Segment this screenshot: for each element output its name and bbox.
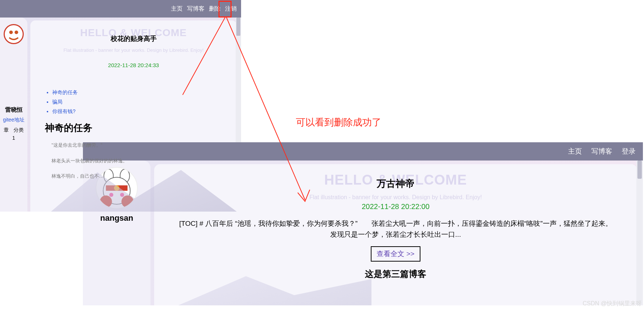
col-category: 分类 — [14, 127, 24, 134]
col-article: 章 — [4, 127, 9, 134]
toc-link-3[interactable]: 你很有钱? — [52, 108, 226, 115]
post2-title: 万古神帝 — [172, 177, 619, 190]
svg-point-1 — [9, 31, 13, 34]
toc-link-2[interactable]: 骗局 — [52, 99, 226, 105]
body-2: nangsan HELLO & WELCOME Flat illustratio… — [83, 161, 643, 305]
avatar-icon — [4, 24, 24, 44]
post-title: 校花的贴身高手 — [41, 34, 226, 43]
navbar-1: 主页 写博客 删除 注销 — [0, 0, 241, 18]
nav-write-2[interactable]: 写博客 — [591, 147, 612, 156]
section-heading: 神奇的任务 — [45, 121, 226, 134]
nav-home[interactable]: 主页 — [171, 5, 183, 13]
toc-link-1[interactable]: 神奇的任务 — [52, 89, 226, 96]
annotation-text: 可以看到删除成功了 — [296, 116, 381, 129]
gitee-link[interactable]: gitee地址 — [1, 117, 26, 123]
username-label: 雷晓恒 — [1, 106, 26, 114]
scroll-thumb[interactable] — [236, 18, 240, 36]
screenshot-after: 主页 写博客 登录 nangsan — [83, 142, 643, 305]
paragraph-2: 林老头从一块包裹的很好的的林逸。 — [52, 157, 226, 166]
watermark: CSDN @快到锅里来呀 — [583, 300, 642, 308]
scrollbar-2[interactable] — [636, 161, 643, 305]
hero-sub: Flat illustration - banner for your work… — [64, 47, 204, 53]
nav-write[interactable]: 写博客 — [187, 5, 205, 13]
hero-sub-2: Flat illustration - banner for your work… — [154, 194, 637, 201]
paragraph-1: "这是你去北非的酬劳。" — [52, 141, 226, 150]
sidebar-1: 雷晓恒 gitee地址 章 分类 1 — [0, 18, 27, 212]
view-full-button[interactable]: 查看全文 >> — [371, 246, 420, 262]
category-count: 1 — [1, 135, 26, 141]
post2-date: 2022-11-28 20:22:00 — [172, 202, 619, 211]
post3-title: 这是第三篇博客 — [172, 268, 619, 280]
svg-point-2 — [15, 31, 18, 34]
post2-excerpt: [TOC] # 八百年后 “池瑶，我待你如挚爱，你为何要杀我？” 张若尘大吼一声… — [172, 218, 619, 240]
post-date: 2022-11-28 20:24:33 — [41, 62, 226, 68]
nav-login-2[interactable]: 登录 — [622, 147, 636, 156]
annotation-highlight-box — [218, 1, 232, 18]
mountain-decoration — [178, 276, 371, 305]
sidebar-columns: 章 分类 — [1, 127, 26, 134]
scroll-thumb[interactable] — [637, 161, 642, 179]
toc-list: 神奇的任务 骗局 你很有钱? — [52, 89, 226, 115]
username-label-2: nangsan — [86, 213, 148, 223]
nav-home-2[interactable]: 主页 — [568, 147, 582, 156]
main-panel-2: HELLO & WELCOME Flat illustration - bann… — [154, 164, 637, 305]
